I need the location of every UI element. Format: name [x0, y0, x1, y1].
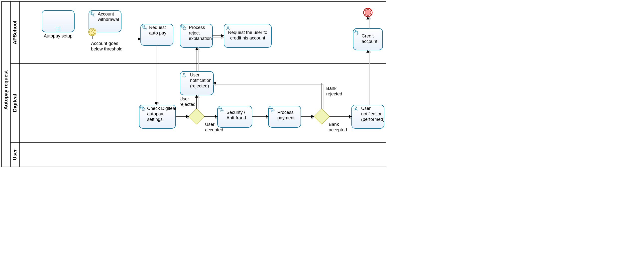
- edge-threshold-l2: below threshold: [91, 47, 122, 51]
- task-process-payment[interactable]: Process payment: [268, 106, 301, 127]
- svg-rect-14: [42, 11, 74, 32]
- task-request-autopay[interactable]: Request auto pay: [141, 24, 173, 46]
- task-check-settings-l3: settings: [147, 117, 162, 122]
- lane-label-digiteal: Digiteal: [12, 94, 18, 112]
- edge-bank-rejected-l2: rejected: [326, 91, 342, 96]
- task-credit-account-l1: Credit: [362, 34, 374, 39]
- task-credit-account-l2: account: [362, 39, 377, 44]
- task-process-reject-l2: reject: [189, 31, 200, 36]
- task-account-withdrawal-l1: Account: [98, 12, 114, 17]
- bpmn-diagram: Autopay request APSchool Digiteal User A…: [0, 0, 388, 169]
- task-request-autopay-l2: auto pay: [149, 31, 166, 36]
- task-user-notif-rej-l1: User: [190, 72, 200, 77]
- task-process-payment-l2: payment: [277, 115, 294, 120]
- task-credit-account[interactable]: Credit account: [353, 29, 382, 50]
- edge-user-accepted-l2: accepted: [205, 127, 223, 132]
- task-process-reject-l1: Process: [189, 25, 205, 30]
- task-request-user-credit-l1: Request the user to: [228, 30, 267, 35]
- task-check-settings-l2: autopay: [147, 111, 163, 116]
- edge-user-accepted-l1: User: [205, 122, 214, 127]
- edge-bank-rejected-l1: Bank: [326, 86, 337, 91]
- task-user-notif-perf-l3: (performed): [361, 117, 384, 122]
- task-security-antifraud[interactable]: Security / Anti-fraud: [218, 106, 252, 127]
- task-user-notif-perf-l2: notification: [361, 111, 382, 116]
- pool-title: Autopay request: [3, 70, 8, 110]
- end-event[interactable]: [364, 8, 372, 17]
- task-autopay-setup-label: Autopay setup: [44, 34, 72, 39]
- edge-bank-accepted-l2: accepted: [329, 127, 347, 132]
- lane-label-apschool: APSchool: [12, 21, 18, 44]
- edge-user-rejected-l2: rejected: [180, 102, 196, 107]
- task-user-notif-rejected[interactable]: User notification (rejected): [180, 71, 214, 95]
- task-process-reject[interactable]: Process reject explanation: [180, 24, 212, 47]
- svg-point-26: [365, 10, 371, 16]
- task-user-notif-rej-l2: notification: [190, 78, 212, 83]
- edge-user-rejected-l1: User: [180, 96, 189, 101]
- task-check-settings[interactable]: Check Digiteal autopay settings: [139, 105, 176, 128]
- task-security-l1: Security /: [226, 110, 245, 115]
- task-user-notif-rej-l3: (rejected): [190, 83, 209, 88]
- task-process-reject-l3: explanation: [189, 36, 212, 41]
- task-check-settings-l1: Check Digiteal: [147, 106, 176, 111]
- edge-bank-accepted-l1: Bank: [329, 122, 339, 127]
- task-security-l2: Anti-fraud: [226, 115, 246, 120]
- task-request-user-credit[interactable]: Request the user to credit his account: [224, 24, 271, 47]
- task-autopay-setup[interactable]: [42, 11, 74, 32]
- task-user-notif-performed[interactable]: User notification (performed): [352, 105, 384, 128]
- edge-threshold-l1: Account goes: [91, 41, 118, 46]
- boundary-event-threshold[interactable]: [88, 28, 96, 36]
- lane-label-user: User: [12, 149, 18, 160]
- task-request-autopay-l1: Request: [149, 25, 166, 30]
- task-process-payment-l1: Process: [277, 110, 294, 115]
- task-request-user-credit-l2: credit his account: [230, 36, 265, 41]
- task-user-notif-perf-l1: User: [361, 106, 371, 111]
- task-account-withdrawal-l2: withdrawal: [98, 17, 119, 22]
